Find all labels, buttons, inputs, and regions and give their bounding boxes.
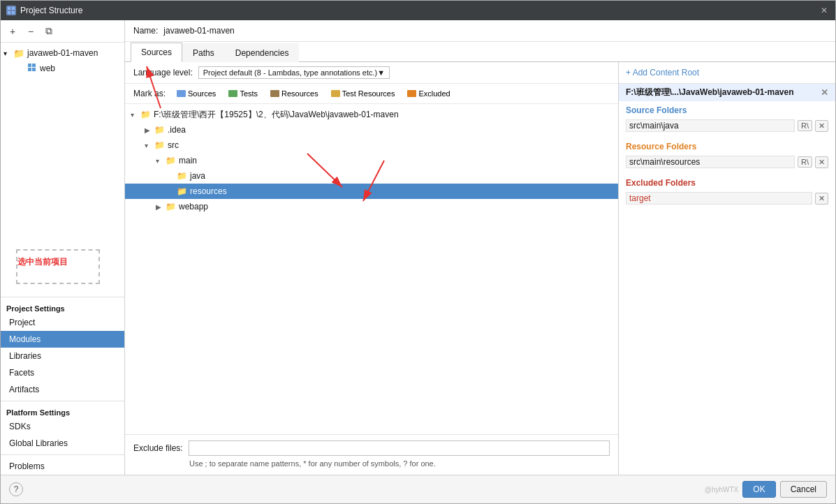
svg-rect-1 [12,7,15,10]
file-tree-main[interactable]: ▾ 📁 main [125,153,618,168]
mark-test-resources-button[interactable]: Test Resources [327,88,399,99]
bottom-row: Exclude files: Use ; to separate name pa… [125,434,618,475]
panel-body: Language level: Project default (8 - Lam… [125,62,835,475]
source-folder-path: src\main\java [626,119,795,132]
file-tree-java[interactable]: 📁 java [125,168,618,184]
footer-help-button[interactable]: ? [9,482,23,496]
svg-rect-3 [12,11,15,14]
add-button[interactable]: + [5,24,20,39]
sidebar-item-global-libraries[interactable]: Global Libraries [1,435,124,452]
sidebar-item-problems[interactable]: Problems [1,458,124,475]
excluded-folder-path: target [626,192,812,205]
resource-folder-path-row: src\main\resources R\ ✕ [626,154,828,170]
watermark: @hyhWTX [705,486,739,494]
source-folder-edit-button[interactable]: R\ [798,120,812,131]
mark-tests-button[interactable]: Tests [224,88,262,99]
tests-folder-icon [228,90,237,97]
mark-sources-button[interactable]: Sources [173,88,220,99]
sidebar-item-sdks[interactable]: SDKs [1,418,124,435]
excluded-folder-icon [407,90,416,97]
resource-folder-remove-button[interactable]: ✕ [815,156,828,168]
dialog-title: Project Structure [20,6,819,15]
mark-as-row: Mark as: Sources Tests Res [125,84,618,104]
exclude-label: Exclude files: [133,443,183,453]
name-label: Name: [133,26,158,36]
resource-folder-path: src\main\resources [626,156,795,168]
right-info-panel: + Add Content Root F:\班级管理\...\JavaWeb\j… [619,62,835,475]
content-root-path: F:\班级管理\...\JavaWeb\javaweb-01-maven ✕ [619,84,835,101]
content-root-close-button[interactable]: ✕ [821,87,828,98]
sidebar-toolbar: + − ⧉ [1,20,124,43]
file-tree-webapp[interactable]: ▶ 📁 webapp [125,199,618,214]
footer: ? @hyhWTX OK Cancel [1,475,835,503]
source-folders-title: Source Folders [626,105,828,115]
language-row: Language level: Project default (8 - Lam… [125,62,618,84]
file-tree-idea[interactable]: ▶ 📁 .idea [125,122,618,138]
language-select[interactable]: Project default (8 - Lambdas, type annot… [198,66,390,79]
module-tree-web[interactable]: web [1,61,124,76]
svg-rect-7 [32,68,36,71]
mark-excluded-button[interactable]: Excluded [403,88,454,99]
excluded-folder-remove-button[interactable]: ✕ [815,193,828,205]
mark-resources-button[interactable]: Resources [266,88,323,99]
remove-button[interactable]: − [23,24,38,39]
file-tree-root[interactable]: ▾ 📁 F:\班级管理\西开【19525】\2、代码\JavaWeb\javaw… [125,107,618,122]
excluded-folders-title: Excluded Folders [626,178,828,188]
svg-rect-6 [28,68,31,71]
resource-folders-title: Resource Folders [626,142,828,151]
module-tree-root[interactable]: ▾ 📁 javaweb-01-maven [1,45,124,61]
test-resources-folder-icon [331,90,340,97]
file-tree: ▾ 📁 F:\班级管理\西开【19525】\2、代码\JavaWeb\javaw… [125,104,618,434]
source-folders-section: Source Folders src\main\java R\ ✕ [619,101,835,138]
left-file-panel: Language level: Project default (8 - Lam… [125,62,619,475]
name-value: javaweb-01-maven [163,26,234,36]
module-tree: ▾ 📁 javaweb-01-maven web [1,43,124,246]
annotation-label: 选中当前项目 [17,256,68,268]
source-folder-remove-button[interactable]: ✕ [815,120,828,132]
tab-sources[interactable]: Sources [131,43,182,62]
file-tree-resources[interactable]: 📁 resources [125,184,618,199]
sidebar-item-artifacts[interactable]: Artifacts [1,381,124,398]
close-button[interactable]: ✕ [819,5,830,16]
exclude-row: Exclude files: [133,440,610,456]
resource-folders-section: Resource Folders src\main\resources R\ ✕ [619,138,835,174]
svg-rect-5 [32,64,36,67]
sidebar-item-modules[interactable]: Modules [1,331,124,348]
svg-rect-4 [28,64,31,67]
name-row: Name: javaweb-01-maven [125,20,835,42]
mark-as-label: Mark as: [133,89,166,98]
file-tree-src[interactable]: ▾ 📁 src [125,138,618,153]
app-icon [6,6,16,15]
project-settings-section: Project Settings [1,300,124,314]
sources-folder-icon [177,90,186,97]
tab-dependencies[interactable]: Dependencies [225,43,300,62]
cancel-button[interactable]: Cancel [780,481,827,498]
sidebar: + − ⧉ ▾ 📁 javaweb-01-maven [1,20,125,475]
right-panel: Name: javaweb-01-maven Sources Paths Dep… [125,20,835,475]
svg-rect-2 [8,11,10,14]
svg-rect-0 [8,7,10,10]
sidebar-item-project[interactable]: Project [1,314,124,331]
title-bar: Project Structure ✕ [1,1,835,20]
ok-button[interactable]: OK [742,481,775,498]
add-content-root-button[interactable]: + Add Content Root [626,68,699,77]
resources-folder-icon [270,90,279,97]
language-label: Language level: [133,68,193,77]
exclude-input[interactable] [189,440,610,456]
excluded-folder-path-row: target ✕ [626,191,828,206]
copy-button[interactable]: ⧉ [41,24,57,39]
platform-settings-section: Platform Settings [1,404,124,418]
tab-paths[interactable]: Paths [182,43,225,62]
tabs-row: Sources Paths Dependencies [125,42,835,62]
sidebar-item-libraries[interactable]: Libraries [1,348,124,364]
exclude-hint: Use ; to separate name patterns, * for a… [133,459,610,469]
source-folder-path-row: src\main\java R\ ✕ [626,118,828,133]
content-root-header: + Add Content Root [619,62,835,84]
sidebar-item-facets[interactable]: Facets [1,364,124,381]
excluded-folders-section: Excluded Folders target ✕ [619,174,835,210]
resource-folder-edit-button[interactable]: R\ [798,156,812,168]
